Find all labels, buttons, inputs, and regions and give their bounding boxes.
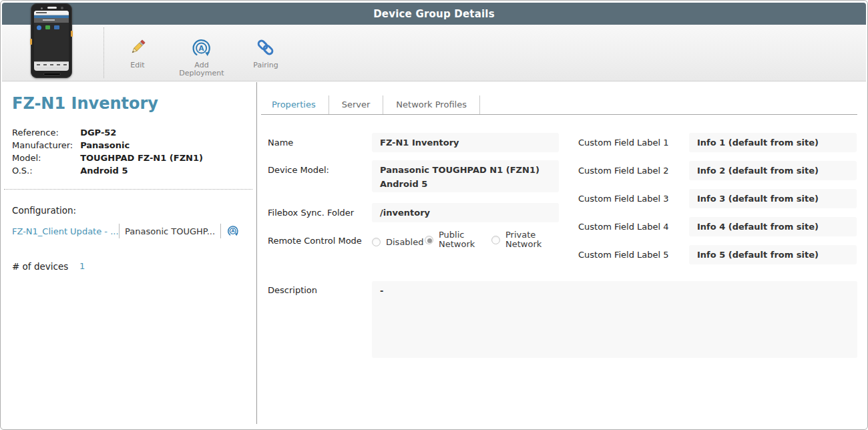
device-count-label: # of devices <box>12 261 68 272</box>
svg-text:A: A <box>231 228 235 234</box>
configuration-model-value: Panasonic TOUGHP... <box>125 226 215 236</box>
radio-option-private-network[interactable]: Private Network <box>491 230 558 249</box>
group-title: FZ-N1 Inventory <box>12 94 158 113</box>
configuration-sync-button[interactable]: A <box>226 224 240 238</box>
filebox-sync-folder-value-field: /inventory <box>372 203 559 222</box>
edit-button-label: Edit <box>114 61 162 69</box>
panel-divider <box>256 82 257 424</box>
custom-field-value-5: Info 5 (default from site) <box>689 245 857 264</box>
model-label: Model: <box>12 152 77 164</box>
custom-field-value-1: Info 1 (default from site) <box>689 133 857 152</box>
info-row-reference: Reference: DGP-52 <box>12 126 203 139</box>
phone-speaker <box>47 7 57 9</box>
configuration-separator-2 <box>220 224 221 238</box>
device-model-line-2: Android 5 <box>380 177 559 191</box>
os-label: O.S.: <box>12 164 77 177</box>
pairing-button-label: Pairing <box>242 61 290 69</box>
remote-control-mode-label: Remote Control Mode <box>268 236 362 246</box>
radio-disabled-label: Disabled <box>386 238 423 247</box>
device-model-line-1: Panasonic TOUGHPAD N1 (FZN1) <box>380 163 559 177</box>
edit-pencil-icon <box>114 37 162 59</box>
info-row-os: O.S.: Android 5 <box>12 164 203 177</box>
description-label: Description <box>268 285 317 295</box>
device-group-details-page: Device Group Details Edit <box>0 0 868 430</box>
tabs-underline <box>261 114 857 115</box>
radio-private-network-label: Private Network <box>505 230 547 249</box>
phone-screen-face <box>34 11 69 71</box>
phone-accent-right <box>71 31 73 37</box>
tab-properties[interactable]: Properties <box>268 95 329 114</box>
toolbar: Edit A Add Deployment Pairing <box>2 25 866 81</box>
toolbar-divider <box>103 27 104 78</box>
configuration-separator <box>119 224 120 238</box>
device-count-row: # of devices 1 <box>12 261 68 272</box>
radio-private-network[interactable] <box>491 236 500 244</box>
custom-field-label-5: Custom Field Label 5 <box>578 250 669 260</box>
edit-button[interactable]: Edit <box>114 37 162 69</box>
phone-brand-strip <box>34 11 69 15</box>
tab-server[interactable]: Server <box>329 95 384 114</box>
custom-field-value-3: Info 3 (default from site) <box>689 189 857 208</box>
custom-field-value-2: Info 2 (default from site) <box>689 161 857 180</box>
filebox-sync-folder-label: Filebox Sync. Folder <box>268 208 354 218</box>
device-photo <box>31 3 72 78</box>
manufacturer-value: Panasonic <box>80 140 130 150</box>
svg-text:A: A <box>199 44 204 52</box>
device-model-label: Device Model: <box>268 165 329 175</box>
configuration-label: Configuration: <box>12 205 76 216</box>
detail-tabs: Properties Server Network Profiles <box>268 95 480 114</box>
radio-disabled[interactable] <box>372 238 381 246</box>
reference-label: Reference: <box>12 126 77 139</box>
radio-option-public-network[interactable]: Public Network <box>425 230 491 249</box>
add-deployment-button[interactable]: A Add Deployment <box>178 37 226 77</box>
phone-sensor <box>41 7 43 9</box>
custom-field-label-2: Custom Field Label 2 <box>578 166 669 176</box>
remote-control-mode-group: Disabled Public Network Private Network <box>372 230 558 249</box>
phone-home-bar <box>43 73 61 75</box>
custom-field-label-1: Custom Field Label 1 <box>578 138 669 148</box>
manufacturer-label: Manufacturer: <box>12 139 77 152</box>
phone-app-icon-3 <box>54 25 59 29</box>
configuration-row: FZ-N1_Client Update - ... Panasonic TOUG… <box>12 223 240 239</box>
page-title: Device Group Details <box>373 8 495 20</box>
model-value: TOUGHPAD FZ-N1 (FZN1) <box>80 153 203 163</box>
custom-field-label-3: Custom Field Label 3 <box>578 194 669 204</box>
phone-app-desktop-bar <box>34 18 69 23</box>
radio-public-network-label: Public Network <box>439 230 480 249</box>
tab-network-profiles[interactable]: Network Profiles <box>383 95 480 114</box>
refresh-a-icon: A <box>226 224 240 238</box>
info-row-model: Model: TOUGHPAD FZ-N1 (FZN1) <box>12 152 203 164</box>
radio-option-disabled[interactable]: Disabled <box>372 235 425 249</box>
add-deployment-button-label: Add Deployment <box>178 61 226 77</box>
phone-button-strip <box>34 61 69 67</box>
device-count-link[interactable]: 1 <box>79 261 85 271</box>
sidebar-dotted-divider <box>4 189 252 190</box>
group-info-list: Reference: DGP-52 Manufacturer: Panasoni… <box>12 126 203 177</box>
custom-field-label-4: Custom Field Label 4 <box>578 222 669 232</box>
radio-public-network[interactable] <box>425 236 433 244</box>
os-value: Android 5 <box>80 166 128 176</box>
configuration-link[interactable]: FZ-N1_Client Update - ... <box>12 226 114 236</box>
info-row-manufacturer: Manufacturer: Panasonic <box>12 139 203 152</box>
phone-accent-left <box>30 39 32 45</box>
reference-value: DGP-52 <box>80 128 116 138</box>
phone-camera <box>61 7 63 9</box>
pairing-chain-icon <box>242 37 290 59</box>
header-bar: Device Group Details <box>2 3 866 25</box>
name-value-field: FZ-N1 Inventory <box>372 133 559 152</box>
description-value-field: - <box>372 281 857 358</box>
pairing-button[interactable]: Pairing <box>242 37 290 69</box>
device-model-value-field: Panasonic TOUGHPAD N1 (FZN1) Android 5 <box>372 160 559 192</box>
phone-screen <box>34 23 69 61</box>
name-label: Name <box>268 138 293 148</box>
phone-app-icon-2 <box>45 25 50 29</box>
phone-app-icon-1 <box>37 25 41 30</box>
custom-field-value-4: Info 4 (default from site) <box>689 217 857 236</box>
add-deployment-icon: A <box>178 37 226 59</box>
